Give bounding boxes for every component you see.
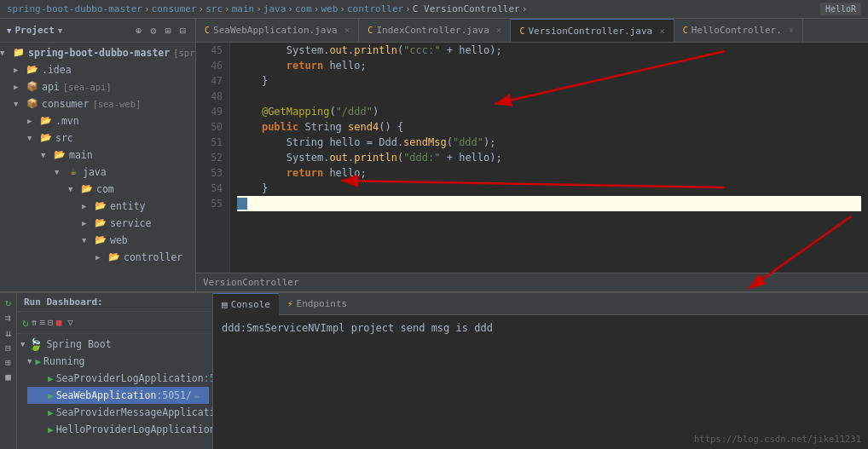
tab-index-ctrl[interactable]: C IndexController.java × — [359, 19, 511, 43]
bc-class[interactable]: C VersionController — [413, 3, 520, 14]
arrow-icon: ▼ — [55, 168, 67, 176]
tree-item-main[interactable]: ▼ 📂 main — [0, 147, 195, 164]
tree-label-idea: .idea — [42, 64, 72, 76]
hello-button[interactable]: HelloR — [820, 3, 861, 15]
bc-com[interactable]: com — [295, 3, 312, 14]
expand-icon[interactable]: ⊞ — [163, 24, 174, 37]
tree-label-api: api — [42, 81, 60, 93]
folder-icon: 📂 — [94, 200, 107, 212]
project-tree: ▼ 📁 spring-boot-dubbo-master [spring-boo… — [0, 43, 195, 268]
endpoints-tab-label: Endpoints — [297, 298, 348, 309]
tab-sea-web-app[interactable]: C SeaWebApplication.java × — [196, 19, 359, 43]
bc-java[interactable]: java — [263, 3, 286, 14]
arrow-icon: ▶ — [82, 219, 94, 227]
tree-item-mvn[interactable]: ▶ 📂 .mvn — [0, 112, 195, 130]
bc-src[interactable]: src — [205, 3, 223, 14]
tree-item-idea[interactable]: ▶ 📂 .idea — [0, 61, 195, 78]
bc-controller[interactable]: controller — [347, 3, 403, 14]
bc-main[interactable]: main — [232, 3, 255, 14]
tab-console[interactable]: ▤ Console — [213, 293, 279, 315]
run-icon: ▶ — [48, 424, 54, 435]
app-label: SeaWebApplication — [56, 389, 157, 401]
scroll-down-button[interactable]: ⇊ — [5, 327, 11, 339]
folder-icon: 📂 — [94, 217, 107, 229]
edit-icon[interactable]: ✏ — [194, 391, 200, 400]
app-label: HelloProviderLogApplication — [56, 423, 212, 435]
folder-icon: 📂 — [94, 234, 107, 246]
tab-version-ctrl[interactable]: C VersionController.java × — [511, 19, 674, 43]
dropdown-icon[interactable]: ▼ — [58, 26, 62, 35]
tree-item-entity[interactable]: ▶ 📂 entity — [0, 198, 195, 215]
tree-item-consumer[interactable]: ▼ 📦 consumer [sea-web] — [0, 95, 195, 112]
tree-label-web: web — [110, 234, 128, 246]
tree-badge-api: [sea-api] — [63, 82, 112, 92]
down-arrow-icon: ▼ — [7, 26, 11, 35]
footer-filename: VersionController — [203, 277, 299, 288]
close-icon[interactable]: × — [496, 25, 502, 36]
arrow-icon: ▼ — [0, 49, 12, 57]
spring-boot-group-header[interactable]: ▼ 🍃 Spring Boot — [20, 336, 209, 353]
tree-item-controller[interactable]: ▶ 📂 controller — [0, 249, 195, 266]
tree-item-src[interactable]: ▼ 📂 src — [0, 130, 195, 147]
tree-item-api[interactable]: ▶ 📦 api [sea-api] — [0, 78, 195, 95]
arrow-icon: ▶ — [14, 66, 26, 74]
stop-all-button[interactable]: ■ — [56, 317, 62, 328]
tab-endpoints[interactable]: ⚡ Endpoints — [279, 293, 356, 315]
step2-button[interactable]: ⊞ — [5, 357, 11, 368]
rerun-button[interactable]: ↻ — [5, 296, 11, 308]
arrow-icon: ▼ — [82, 236, 94, 245]
scroll-up-button[interactable]: ⇈ — [2, 314, 14, 320]
spring-boot-group: ▼ 🍃 Spring Boot ▼ ▶ Running ▶ S — [17, 334, 212, 440]
stop-button[interactable]: ■ — [5, 371, 11, 383]
tree-label-com: com — [96, 183, 114, 195]
bc-consumer[interactable]: consumer — [152, 3, 197, 14]
dash-item-sea-web[interactable]: ▶ SeaWebApplication :5051/ ✏ — [27, 387, 209, 404]
tree-item-service[interactable]: ▶ 📂 service — [0, 215, 195, 232]
collapse-icon[interactable]: ⊟ — [177, 24, 188, 37]
tree-label-controller: controller — [124, 251, 182, 263]
tree-item-web[interactable]: ▼ 📂 web — [0, 232, 195, 249]
close-icon[interactable]: × — [344, 25, 350, 36]
scroll-top-button[interactable]: ⇈ — [32, 317, 38, 328]
dash-item-sea-provider-msg[interactable]: ▶ SeaProviderMessageApplication :5053/ — [27, 404, 209, 421]
dash-item-sea-provider-log[interactable]: ▶ SeaProviderLogApplication :5052/ — [27, 370, 209, 387]
sort-button[interactable]: ≡ — [39, 317, 45, 328]
tree-label-src: src — [55, 132, 73, 144]
folder-icon: 📂 — [39, 115, 53, 127]
run-icon: ▶ — [35, 356, 41, 367]
dash-item-hello-provider-log[interactable]: ▶ HelloProviderLogApplication :5054/ — [27, 421, 209, 438]
package-icon: 📂 — [80, 183, 94, 195]
step-button[interactable]: ⊟ — [5, 343, 11, 354]
run-icon: ▶ — [48, 390, 54, 401]
arrow-icon: ▼ — [27, 134, 39, 142]
filter-button[interactable]: ▽ — [67, 317, 73, 328]
close-icon[interactable]: × — [659, 26, 665, 37]
fold-button[interactable]: ⊟ — [48, 317, 54, 328]
folder-icon: 📂 — [26, 64, 39, 76]
running-group: ▼ ▶ Running ▶ SeaProviderLogApplication … — [20, 353, 209, 438]
code-content[interactable]: System.out.println("ccc:" + hello); retu… — [230, 43, 868, 273]
code-editor[interactable]: 45 46 47 48 49 50 51 52 53 54 55 System. — [196, 43, 868, 273]
settings-icon[interactable]: ⚙ — [148, 24, 159, 37]
tree-item-root[interactable]: ▼ 📁 spring-boot-dubbo-master [spring-boo… — [0, 44, 195, 61]
expand-icon: ▼ — [20, 340, 25, 348]
locate-icon[interactable]: ⊕ — [133, 24, 144, 37]
bc-web[interactable]: web — [321, 3, 338, 14]
tree-item-com[interactable]: ▼ 📂 com — [0, 181, 195, 198]
console-area: ▤ Console ⚡ Endpoints ddd:SmsServiceNVIm… — [213, 293, 868, 449]
console-tabs: ▤ Console ⚡ Endpoints — [213, 293, 868, 315]
java-file-icon: C — [367, 26, 373, 35]
rerun-all-button[interactable]: ↻ — [22, 316, 29, 329]
tab-hello-ctrl[interactable]: C HelloController. × — [674, 19, 804, 43]
bc-project[interactable]: spring-boot-dubbo-master — [7, 3, 142, 14]
sidebar-title: Project — [14, 25, 54, 36]
tree-item-java[interactable]: ▼ ☕ java — [0, 164, 195, 181]
code-line: return hello; — [237, 165, 861, 181]
code-line: System.out.println("ddd:" + hello); — [237, 150, 861, 165]
close-icon[interactable]: × — [789, 25, 795, 36]
run-icon: ▶ — [48, 407, 54, 418]
cursor-indicator — [237, 198, 247, 210]
expand-icon: ▼ — [27, 357, 32, 366]
module-icon: 📁 — [12, 47, 26, 59]
running-header[interactable]: ▼ ▶ Running — [27, 353, 209, 370]
